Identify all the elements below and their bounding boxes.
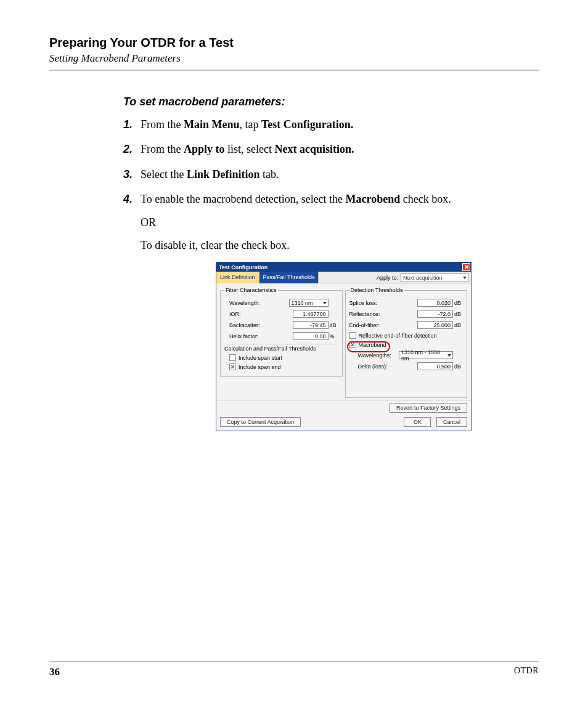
macrobend-label: Macrobend bbox=[359, 342, 386, 348]
include-span-start-label: Include span start bbox=[239, 355, 282, 361]
include-span-end-label: Include span end bbox=[239, 364, 281, 370]
step-text: check box. bbox=[400, 193, 451, 205]
end-of-fiber-label: End-of-fiber: bbox=[349, 322, 418, 328]
step-number: 1. bbox=[123, 117, 141, 132]
unit: dB bbox=[453, 300, 463, 306]
splice-loss-input[interactable]: 0.020 bbox=[417, 299, 453, 307]
step-bold: Apply to bbox=[184, 143, 225, 155]
reflectance-label: Reflectance: bbox=[349, 311, 418, 317]
dialog-titlebar[interactable]: Test Configuration ✕ bbox=[216, 262, 471, 272]
ior-input[interactable]: 1.467700 bbox=[293, 310, 329, 318]
wavelength-value: 1310 nm bbox=[292, 300, 313, 306]
page-number: 36 bbox=[49, 666, 60, 678]
close-icon[interactable]: ✕ bbox=[462, 263, 470, 271]
wavelength-select[interactable]: 1310 nm bbox=[289, 299, 329, 307]
step-number: 4. bbox=[123, 192, 141, 206]
step-bold: Next acquisition. bbox=[275, 143, 354, 155]
reflectance-input[interactable]: -72.0 bbox=[417, 310, 453, 318]
cancel-button[interactable]: Cancel bbox=[436, 417, 467, 427]
fiber-characteristics-group: Fiber Characteristics Wavelength: 1310 n… bbox=[220, 287, 343, 377]
ok-button[interactable]: OK bbox=[404, 417, 431, 427]
step-1: 1. From the Main Menu, tap Test Configur… bbox=[123, 117, 514, 132]
reflective-eof-checkbox[interactable] bbox=[349, 332, 356, 339]
step-bold: Link Definition bbox=[187, 168, 260, 181]
group-legend: Detection Thresholds bbox=[349, 287, 404, 293]
wavelengths-label: Wavelengths: bbox=[358, 352, 399, 359]
delta-loss-input[interactable]: 0.500 bbox=[417, 362, 453, 370]
unit: dB bbox=[453, 322, 463, 328]
unit: dB bbox=[453, 311, 463, 317]
backscatter-input[interactable]: -79.45 bbox=[293, 321, 329, 329]
step-text: From the bbox=[141, 143, 184, 155]
revert-button[interactable]: Revert to Factory Settings bbox=[390, 403, 467, 413]
step-number: 2. bbox=[123, 142, 141, 156]
unit: dB bbox=[329, 322, 338, 328]
product-name: OTDR bbox=[514, 666, 539, 678]
reflective-eof-label: Reflective end-of-fiber detection bbox=[359, 333, 437, 339]
unit: dB bbox=[453, 363, 463, 370]
step-text: From the bbox=[141, 118, 184, 131]
include-span-start-checkbox[interactable] bbox=[229, 354, 236, 361]
apply-to-value: Next acquisition bbox=[403, 275, 443, 281]
apply-to-label: Apply to: bbox=[377, 275, 398, 281]
tab-pass-fail[interactable]: Pass/Fail Thresholds bbox=[259, 272, 319, 283]
step-text: To enable the macrobend detection, selec… bbox=[141, 193, 346, 205]
page-subtitle: Setting Macrobend Parameters bbox=[49, 52, 539, 65]
step-bold: Test Configuration. bbox=[261, 118, 353, 131]
delta-loss-label: Delta (loss): bbox=[358, 363, 418, 370]
wavelength-label: Wavelength: bbox=[224, 300, 289, 306]
helix-input[interactable]: 0.00 bbox=[293, 332, 329, 340]
dialog-tabbar: Link Definition Pass/Fail Thresholds App… bbox=[216, 272, 471, 283]
calc-subheading: Calculation and Pass/Fail Thresholds bbox=[224, 346, 338, 352]
copy-to-current-button[interactable]: Copy to Current Acquisition bbox=[220, 417, 301, 427]
group-legend: Fiber Characteristics bbox=[224, 287, 278, 293]
test-configuration-dialog: Test Configuration ✕ Link Definition Pas… bbox=[216, 262, 472, 431]
instructions-heading: To set macrobend parameters: bbox=[123, 95, 514, 108]
chevron-down-icon bbox=[323, 302, 327, 304]
step-4b: To disable it, clear the check box. bbox=[141, 239, 514, 252]
chevron-down-icon bbox=[447, 354, 451, 357]
end-of-fiber-input[interactable]: 25.000 bbox=[417, 321, 453, 329]
splice-loss-label: Splice loss: bbox=[349, 300, 418, 306]
step-number: 3. bbox=[123, 167, 141, 182]
ior-label: IOR: bbox=[224, 311, 293, 317]
apply-to-select[interactable]: Next acquisition bbox=[401, 274, 468, 282]
backscatter-label: Backscatter: bbox=[224, 322, 293, 328]
step-text: Select the bbox=[141, 168, 187, 181]
helix-label: Helix factor: bbox=[224, 333, 293, 339]
step-text: , tap bbox=[240, 118, 262, 131]
header-rule bbox=[49, 70, 539, 71]
detection-thresholds-group: Detection Thresholds Splice loss: 0.020 … bbox=[345, 287, 468, 398]
step-3: 3. Select the Link Definition tab. bbox=[123, 167, 514, 182]
dialog-title: Test Configuration bbox=[219, 264, 267, 270]
wavelengths-select[interactable]: 1310 nm - 1550 nm bbox=[399, 351, 453, 359]
step-4: 4. To enable the macrobend detection, se… bbox=[123, 192, 514, 206]
include-span-end-checkbox[interactable] bbox=[229, 363, 236, 370]
chevron-down-icon bbox=[463, 277, 467, 279]
footer-rule bbox=[49, 661, 539, 662]
page-title: Preparing Your OTDR for a Test bbox=[49, 36, 539, 50]
step-2: 2. From the Apply to list, select Next a… bbox=[123, 142, 514, 156]
step-bold: Macrobend bbox=[346, 193, 401, 205]
step-or: OR bbox=[141, 216, 514, 229]
step-text: list, select bbox=[225, 143, 275, 155]
step-bold: Main Menu bbox=[184, 118, 240, 131]
step-text: tab. bbox=[260, 168, 279, 181]
macrobend-checkbox[interactable] bbox=[349, 341, 356, 348]
unit: % bbox=[329, 333, 338, 339]
tab-link-definition[interactable]: Link Definition bbox=[216, 272, 259, 283]
wavelengths-value: 1310 nm - 1550 nm bbox=[401, 349, 447, 362]
